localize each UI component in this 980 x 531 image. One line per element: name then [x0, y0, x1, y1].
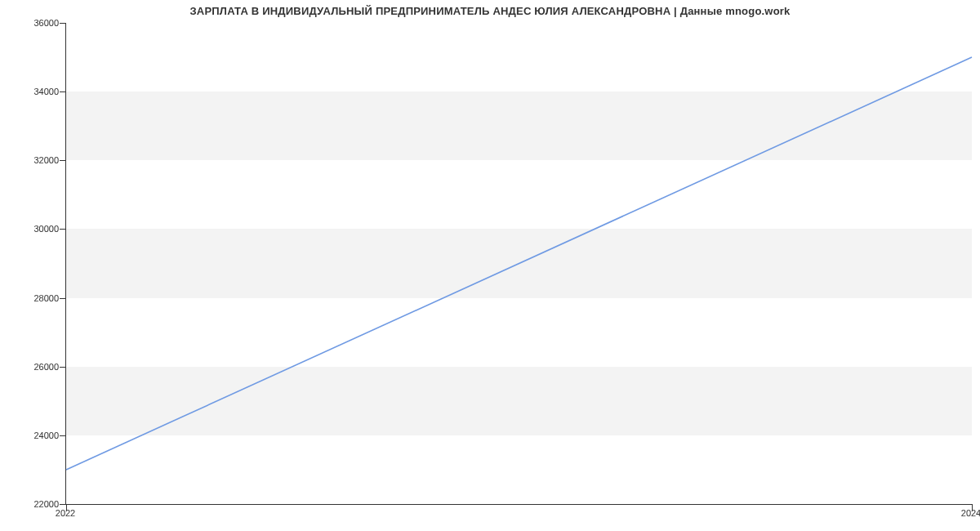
- y-tick: [60, 160, 66, 161]
- y-tick-label: 24000: [33, 431, 59, 440]
- data-line-layer: [66, 23, 972, 504]
- plot-area: [65, 23, 972, 505]
- y-tick: [60, 91, 66, 92]
- x-tick-label: 2024: [961, 508, 980, 518]
- series-line: [66, 57, 972, 470]
- y-tick: [60, 367, 66, 368]
- y-tick-label: 30000: [33, 224, 59, 234]
- y-tick-label: 26000: [33, 362, 59, 372]
- y-tick-label: 36000: [33, 18, 59, 28]
- y-tick: [60, 23, 66, 24]
- y-tick: [60, 298, 66, 299]
- y-tick-label: 34000: [33, 87, 59, 96]
- y-tick: [60, 229, 66, 230]
- y-tick-label: 32000: [33, 155, 59, 165]
- y-tick: [60, 504, 66, 505]
- x-tick-label: 2022: [56, 508, 75, 518]
- salary-line-chart: ЗАРПЛАТА В ИНДИВИДУАЛЬНЫЙ ПРЕДПРИНИМАТЕЛ…: [0, 0, 980, 531]
- y-tick: [60, 435, 66, 436]
- y-tick-label: 28000: [33, 293, 59, 303]
- chart-title: ЗАРПЛАТА В ИНДИВИДУАЛЬНЫЙ ПРЕДПРИНИМАТЕЛ…: [0, 5, 980, 17]
